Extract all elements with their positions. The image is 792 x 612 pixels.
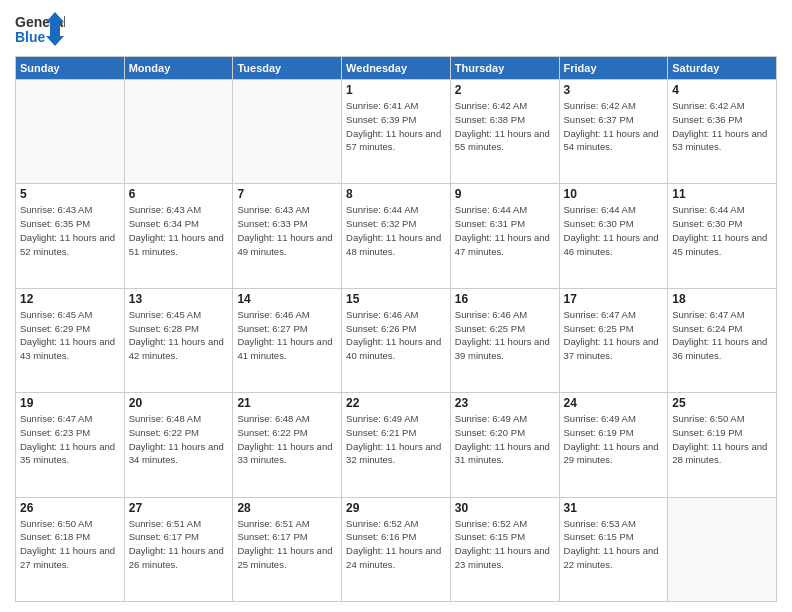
day-number: 11 bbox=[672, 187, 772, 201]
logo: GeneralBlue bbox=[15, 10, 65, 50]
calendar-cell: 5Sunrise: 6:43 AM Sunset: 6:35 PM Daylig… bbox=[16, 184, 125, 288]
day-number: 8 bbox=[346, 187, 446, 201]
day-info: Sunrise: 6:52 AM Sunset: 6:15 PM Dayligh… bbox=[455, 517, 555, 572]
day-number: 6 bbox=[129, 187, 229, 201]
calendar-cell: 20Sunrise: 6:48 AM Sunset: 6:22 PM Dayli… bbox=[124, 393, 233, 497]
day-info: Sunrise: 6:43 AM Sunset: 6:33 PM Dayligh… bbox=[237, 203, 337, 258]
day-number: 1 bbox=[346, 83, 446, 97]
day-number: 4 bbox=[672, 83, 772, 97]
generalblue-logo-icon: GeneralBlue bbox=[15, 10, 65, 50]
day-number: 30 bbox=[455, 501, 555, 515]
day-info: Sunrise: 6:49 AM Sunset: 6:20 PM Dayligh… bbox=[455, 412, 555, 467]
column-header-saturday: Saturday bbox=[668, 57, 777, 80]
day-info: Sunrise: 6:43 AM Sunset: 6:35 PM Dayligh… bbox=[20, 203, 120, 258]
day-number: 17 bbox=[564, 292, 664, 306]
calendar-header-row: SundayMondayTuesdayWednesdayThursdayFrid… bbox=[16, 57, 777, 80]
header: GeneralBlue bbox=[15, 10, 777, 50]
calendar-cell bbox=[16, 80, 125, 184]
day-info: Sunrise: 6:44 AM Sunset: 6:32 PM Dayligh… bbox=[346, 203, 446, 258]
calendar-table: SundayMondayTuesdayWednesdayThursdayFrid… bbox=[15, 56, 777, 602]
day-info: Sunrise: 6:46 AM Sunset: 6:25 PM Dayligh… bbox=[455, 308, 555, 363]
calendar-cell: 4Sunrise: 6:42 AM Sunset: 6:36 PM Daylig… bbox=[668, 80, 777, 184]
column-header-sunday: Sunday bbox=[16, 57, 125, 80]
svg-text:Blue: Blue bbox=[15, 29, 46, 45]
day-number: 31 bbox=[564, 501, 664, 515]
column-header-monday: Monday bbox=[124, 57, 233, 80]
day-info: Sunrise: 6:47 AM Sunset: 6:23 PM Dayligh… bbox=[20, 412, 120, 467]
day-info: Sunrise: 6:44 AM Sunset: 6:30 PM Dayligh… bbox=[564, 203, 664, 258]
calendar-cell: 17Sunrise: 6:47 AM Sunset: 6:25 PM Dayli… bbox=[559, 288, 668, 392]
calendar-cell: 24Sunrise: 6:49 AM Sunset: 6:19 PM Dayli… bbox=[559, 393, 668, 497]
day-info: Sunrise: 6:45 AM Sunset: 6:28 PM Dayligh… bbox=[129, 308, 229, 363]
calendar-cell bbox=[668, 497, 777, 601]
day-info: Sunrise: 6:50 AM Sunset: 6:19 PM Dayligh… bbox=[672, 412, 772, 467]
day-info: Sunrise: 6:44 AM Sunset: 6:30 PM Dayligh… bbox=[672, 203, 772, 258]
day-number: 21 bbox=[237, 396, 337, 410]
day-info: Sunrise: 6:48 AM Sunset: 6:22 PM Dayligh… bbox=[129, 412, 229, 467]
calendar-cell: 9Sunrise: 6:44 AM Sunset: 6:31 PM Daylig… bbox=[450, 184, 559, 288]
calendar-cell: 26Sunrise: 6:50 AM Sunset: 6:18 PM Dayli… bbox=[16, 497, 125, 601]
calendar-cell bbox=[233, 80, 342, 184]
day-number: 15 bbox=[346, 292, 446, 306]
calendar-cell: 16Sunrise: 6:46 AM Sunset: 6:25 PM Dayli… bbox=[450, 288, 559, 392]
calendar-cell: 1Sunrise: 6:41 AM Sunset: 6:39 PM Daylig… bbox=[342, 80, 451, 184]
calendar-cell: 8Sunrise: 6:44 AM Sunset: 6:32 PM Daylig… bbox=[342, 184, 451, 288]
day-info: Sunrise: 6:51 AM Sunset: 6:17 PM Dayligh… bbox=[237, 517, 337, 572]
calendar-cell: 27Sunrise: 6:51 AM Sunset: 6:17 PM Dayli… bbox=[124, 497, 233, 601]
day-number: 9 bbox=[455, 187, 555, 201]
week-row-3: 12Sunrise: 6:45 AM Sunset: 6:29 PM Dayli… bbox=[16, 288, 777, 392]
day-info: Sunrise: 6:47 AM Sunset: 6:24 PM Dayligh… bbox=[672, 308, 772, 363]
day-number: 16 bbox=[455, 292, 555, 306]
day-info: Sunrise: 6:42 AM Sunset: 6:38 PM Dayligh… bbox=[455, 99, 555, 154]
day-number: 22 bbox=[346, 396, 446, 410]
week-row-5: 26Sunrise: 6:50 AM Sunset: 6:18 PM Dayli… bbox=[16, 497, 777, 601]
day-info: Sunrise: 6:53 AM Sunset: 6:15 PM Dayligh… bbox=[564, 517, 664, 572]
day-info: Sunrise: 6:43 AM Sunset: 6:34 PM Dayligh… bbox=[129, 203, 229, 258]
day-info: Sunrise: 6:50 AM Sunset: 6:18 PM Dayligh… bbox=[20, 517, 120, 572]
day-info: Sunrise: 6:49 AM Sunset: 6:21 PM Dayligh… bbox=[346, 412, 446, 467]
column-header-wednesday: Wednesday bbox=[342, 57, 451, 80]
calendar-cell: 3Sunrise: 6:42 AM Sunset: 6:37 PM Daylig… bbox=[559, 80, 668, 184]
day-number: 23 bbox=[455, 396, 555, 410]
calendar-cell: 30Sunrise: 6:52 AM Sunset: 6:15 PM Dayli… bbox=[450, 497, 559, 601]
day-number: 25 bbox=[672, 396, 772, 410]
column-header-friday: Friday bbox=[559, 57, 668, 80]
calendar-cell: 19Sunrise: 6:47 AM Sunset: 6:23 PM Dayli… bbox=[16, 393, 125, 497]
day-info: Sunrise: 6:44 AM Sunset: 6:31 PM Dayligh… bbox=[455, 203, 555, 258]
day-number: 28 bbox=[237, 501, 337, 515]
day-number: 7 bbox=[237, 187, 337, 201]
column-header-thursday: Thursday bbox=[450, 57, 559, 80]
day-number: 18 bbox=[672, 292, 772, 306]
calendar-cell: 10Sunrise: 6:44 AM Sunset: 6:30 PM Dayli… bbox=[559, 184, 668, 288]
calendar-cell: 11Sunrise: 6:44 AM Sunset: 6:30 PM Dayli… bbox=[668, 184, 777, 288]
calendar-cell: 22Sunrise: 6:49 AM Sunset: 6:21 PM Dayli… bbox=[342, 393, 451, 497]
day-number: 27 bbox=[129, 501, 229, 515]
day-number: 12 bbox=[20, 292, 120, 306]
calendar-cell: 14Sunrise: 6:46 AM Sunset: 6:27 PM Dayli… bbox=[233, 288, 342, 392]
calendar-cell: 15Sunrise: 6:46 AM Sunset: 6:26 PM Dayli… bbox=[342, 288, 451, 392]
day-number: 10 bbox=[564, 187, 664, 201]
day-number: 3 bbox=[564, 83, 664, 97]
day-number: 14 bbox=[237, 292, 337, 306]
calendar-cell: 13Sunrise: 6:45 AM Sunset: 6:28 PM Dayli… bbox=[124, 288, 233, 392]
day-info: Sunrise: 6:48 AM Sunset: 6:22 PM Dayligh… bbox=[237, 412, 337, 467]
calendar-cell: 29Sunrise: 6:52 AM Sunset: 6:16 PM Dayli… bbox=[342, 497, 451, 601]
calendar-cell: 7Sunrise: 6:43 AM Sunset: 6:33 PM Daylig… bbox=[233, 184, 342, 288]
calendar-cell: 12Sunrise: 6:45 AM Sunset: 6:29 PM Dayli… bbox=[16, 288, 125, 392]
day-number: 19 bbox=[20, 396, 120, 410]
day-info: Sunrise: 6:42 AM Sunset: 6:37 PM Dayligh… bbox=[564, 99, 664, 154]
day-info: Sunrise: 6:49 AM Sunset: 6:19 PM Dayligh… bbox=[564, 412, 664, 467]
calendar-cell: 31Sunrise: 6:53 AM Sunset: 6:15 PM Dayli… bbox=[559, 497, 668, 601]
day-number: 5 bbox=[20, 187, 120, 201]
day-info: Sunrise: 6:46 AM Sunset: 6:27 PM Dayligh… bbox=[237, 308, 337, 363]
day-number: 29 bbox=[346, 501, 446, 515]
week-row-1: 1Sunrise: 6:41 AM Sunset: 6:39 PM Daylig… bbox=[16, 80, 777, 184]
week-row-4: 19Sunrise: 6:47 AM Sunset: 6:23 PM Dayli… bbox=[16, 393, 777, 497]
day-info: Sunrise: 6:41 AM Sunset: 6:39 PM Dayligh… bbox=[346, 99, 446, 154]
day-number: 2 bbox=[455, 83, 555, 97]
calendar-cell: 2Sunrise: 6:42 AM Sunset: 6:38 PM Daylig… bbox=[450, 80, 559, 184]
calendar-cell: 21Sunrise: 6:48 AM Sunset: 6:22 PM Dayli… bbox=[233, 393, 342, 497]
day-info: Sunrise: 6:47 AM Sunset: 6:25 PM Dayligh… bbox=[564, 308, 664, 363]
day-number: 20 bbox=[129, 396, 229, 410]
page: GeneralBlue SundayMondayTuesdayWednesday… bbox=[0, 0, 792, 612]
